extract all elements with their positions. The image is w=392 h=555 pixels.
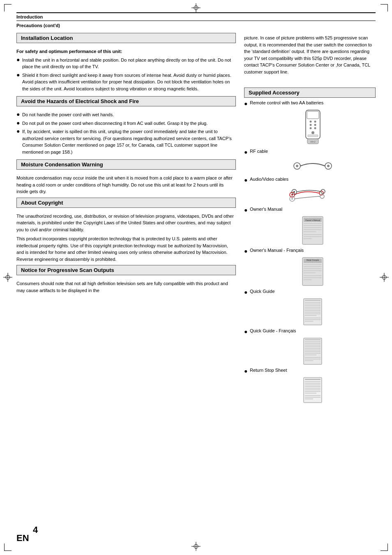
remote-image: AA×2 [250,109,376,146]
electrical-bullet-3: ● If, by accident, water is spilled on t… [16,128,236,155]
page-label: EN [16,533,29,543]
crosshair-bottom [191,542,201,552]
corner-mark-bl [4,543,12,551]
svg-rect-41 [304,225,322,226]
svg-point-32 [291,198,293,200]
quickguide-svg [302,298,323,326]
svg-rect-95 [305,391,321,392]
svg-rect-92 [305,386,321,387]
accessory-item-remote: ● Remote control with two AA batteries [244,100,376,107]
svg-rect-58 [304,279,312,280]
svg-rect-89 [305,381,321,382]
svg-rect-56 [304,275,322,276]
accessory-name-quickguide: Quick Guide [250,289,376,294]
bullet-icon-manual: ● [244,207,250,213]
header-title: Introduction [16,14,43,19]
two-column-layout: Installation Location For safety and opt… [16,33,376,406]
quickguide-fr-image [250,337,376,365]
copyright-body2: This product incorporates copyright prot… [16,235,236,263]
bullet-icon-quickguide: ● [244,289,250,295]
accessory-item-quickguide: ● Quick Guide [244,289,376,295]
corner-mark-br [380,543,388,551]
bullet-icon-1: ● [16,56,22,63]
svg-rect-54 [304,270,322,271]
svg-rect-72 [305,321,313,322]
moisture-body: Moisture condensation may occur inside t… [16,175,236,195]
accessory-name-quickguide-fr: Quick Guide - Français [250,328,376,333]
accessory-item-rf: ● RF cable [244,149,376,155]
electrical-bullet-2: ● Do not pull on the power cord when dis… [16,120,236,127]
return-sheet-image [250,377,376,403]
svg-rect-61 [305,302,321,303]
manual-image: Owner's Manual [250,216,376,245]
accessory-name-av: Audio/Video cables [250,177,376,182]
svg-rect-40 [304,223,322,224]
page: Introduction Precautions (cont'd) Instal… [0,0,392,555]
accessory-item-manual-fr: ● Owner's Manual - Français [244,248,376,254]
quickguide-fr-svg [302,337,323,365]
svg-rect-80 [305,350,321,350]
svg-rect-64 [305,307,321,308]
svg-rect-62 [305,304,321,304]
progressive-body: Consumers should note that not all high … [16,280,236,294]
quickguide-image [250,298,376,326]
manual-fr-image: Mode D'emploi [250,257,376,286]
corner-mark-tr [380,4,388,12]
svg-rect-67 [305,312,321,313]
right-intro-text: picture. In case of picture problems wit… [244,33,376,75]
left-column: Installation Location For safety and opt… [16,33,236,406]
safety-label: For safety and optimum performance of th… [16,48,236,55]
bullet-icon-return-sheet: ● [244,368,250,374]
svg-rect-78 [305,346,321,347]
installation-bullet-text-2: Shield it from direct sunlight and keep … [22,72,236,92]
svg-rect-91 [305,385,321,385]
svg-rect-57 [304,277,322,278]
progressive-content: Consumers should note that not all high … [16,277,236,296]
svg-text:Owner's Manual: Owner's Manual [305,219,320,221]
copyright-body1: The unauthorized recording, use, distrib… [16,213,236,233]
svg-rect-53 [304,268,322,269]
supplied-heading: Supplied Accessory [249,90,371,96]
svg-rect-84 [305,357,321,358]
svg-rect-75 [305,341,321,342]
svg-rect-51 [304,264,322,265]
progressive-heading: Notice for Progressive Scan Outputs [21,267,231,273]
svg-point-17 [314,124,316,126]
svg-rect-13 [307,111,319,119]
svg-rect-79 [305,348,321,349]
progressive-box: Notice for Progressive Scan Outputs [16,265,236,275]
svg-rect-60 [305,300,321,301]
svg-rect-88 [305,379,321,380]
svg-rect-77 [305,345,321,345]
svg-rect-46 [304,236,322,237]
svg-point-16 [309,124,311,126]
electrical-heading: Avoid the Hazards of Electrical Shock an… [21,98,231,104]
svg-point-27 [327,165,330,167]
electrical-box: Avoid the Hazards of Electrical Shock an… [16,96,236,106]
crosshair-top [191,3,201,13]
svg-rect-98 [305,397,321,398]
bullet-icon-remote: ● [244,100,250,107]
remote-svg: AA×2 [302,109,324,146]
bullet-icon-rf: ● [244,149,250,155]
svg-point-19 [314,127,316,129]
return-sheet-svg [302,377,323,403]
svg-rect-21 [308,135,318,137]
rf-cable-image [250,158,376,174]
accessory-name-rf: RF cable [250,149,376,154]
svg-rect-52 [304,266,322,267]
right-column: picture. In case of picture problems wit… [244,33,376,406]
manual-svg: Owner's Manual [300,216,325,245]
svg-rect-93 [305,388,321,389]
bullet-icon-av: ● [244,177,250,183]
moisture-box: Moisture Condensation Warning [16,159,236,170]
installation-bullet-text-1: Install the unit in a horizontal and sta… [22,57,236,70]
supplied-accessory-box: Supplied Accessory [244,88,376,98]
crosshair-left [3,273,12,283]
page-number: 4 [33,525,38,535]
svg-rect-97 [305,395,321,396]
svg-text:AA×2: AA×2 [310,140,316,143]
bullet-icon-e3: ● [16,128,22,135]
accessory-item-quickguide-fr: ● Quick Guide - Français [244,328,376,335]
installation-bullet-1: ● Install the unit in a horizontal and s… [16,57,236,70]
